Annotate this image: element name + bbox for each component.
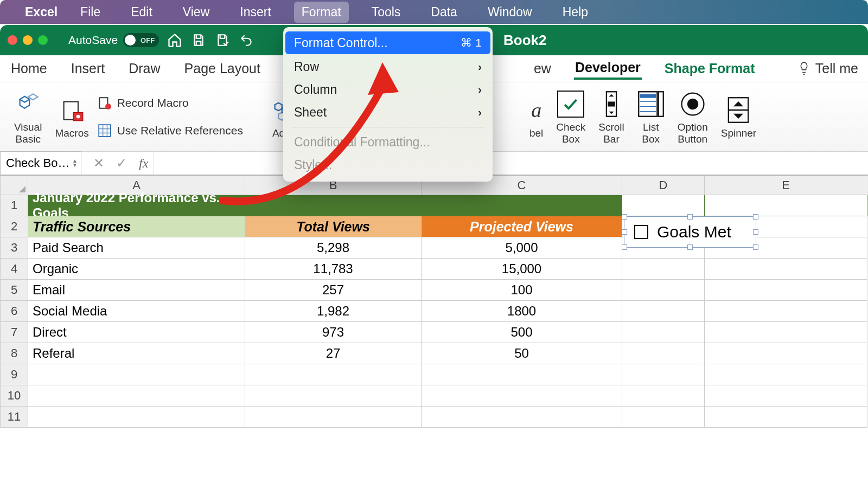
cell[interactable] — [705, 280, 867, 301]
row-header[interactable]: 4 — [0, 259, 28, 280]
select-all-corner[interactable] — [0, 176, 28, 195]
checkbox-control-button[interactable]: CheckBox — [550, 89, 592, 145]
selection-handle-icon[interactable] — [753, 214, 758, 220]
cell[interactable] — [622, 259, 705, 280]
fx-icon[interactable]: fx — [139, 156, 148, 171]
selection-handle-icon[interactable] — [687, 214, 693, 220]
cell[interactable] — [705, 195, 867, 216]
cell[interactable] — [705, 385, 867, 407]
menu-format-control[interactable]: Format Control... ⌘ 1 — [285, 31, 490, 54]
enter-formula-icon[interactable]: ✓ — [116, 156, 127, 171]
cell[interactable]: Total Views — [245, 216, 422, 237]
col-header-d[interactable]: D — [622, 176, 705, 195]
undo-icon[interactable] — [238, 32, 254, 48]
optionbutton-control-button[interactable]: OptionButton — [671, 89, 714, 145]
menu-format[interactable]: Format — [294, 2, 349, 23]
tell-me[interactable]: Tell me — [798, 61, 858, 76]
visual-basic-button[interactable]: VisualBasic — [8, 89, 48, 145]
row-header[interactable]: 5 — [0, 280, 28, 301]
cell[interactable] — [705, 407, 867, 428]
cell[interactable] — [622, 407, 705, 428]
selection-handle-icon[interactable] — [622, 244, 627, 250]
save-icon[interactable] — [190, 32, 207, 48]
toggle-switch[interactable]: OFF — [123, 33, 159, 47]
cell[interactable] — [622, 343, 705, 364]
tab-home[interactable]: Home — [10, 59, 48, 79]
selection-handle-icon[interactable] — [753, 229, 758, 235]
menu-sheet[interactable]: Sheet › — [283, 101, 493, 124]
close-window-icon[interactable] — [8, 35, 17, 45]
scrollbar-control-button[interactable]: ScrollBar — [592, 89, 631, 145]
row-header[interactable]: 9 — [0, 364, 28, 385]
cell[interactable] — [705, 322, 867, 343]
cell[interactable]: 973 — [245, 322, 422, 343]
selection-handle-icon[interactable] — [622, 229, 627, 235]
tab-insert[interactable]: Insert — [70, 59, 106, 79]
checkbox-icon[interactable] — [634, 225, 648, 239]
cell[interactable] — [705, 259, 867, 280]
cell[interactable]: 15,000 — [422, 259, 622, 280]
cell[interactable]: 5,298 — [245, 237, 422, 259]
row-header[interactable]: 1 — [0, 195, 28, 216]
cell[interactable] — [622, 385, 705, 407]
cell[interactable]: 5,000 — [422, 237, 622, 259]
goals-met-checkbox-control[interactable]: Goals Met — [624, 216, 756, 248]
row-header[interactable]: 10 — [0, 385, 28, 407]
cell[interactable]: Referal — [28, 343, 245, 364]
selection-handle-icon[interactable] — [687, 244, 693, 250]
cell[interactable]: January 2022 Performance vs. Goals — [28, 195, 245, 216]
formula-input[interactable] — [154, 152, 868, 175]
col-header-e[interactable]: E — [705, 176, 867, 195]
cell[interactable]: 1800 — [422, 301, 622, 322]
name-box-stepper-icon[interactable]: ▲▼ — [72, 159, 78, 167]
cell[interactable] — [422, 364, 622, 385]
cell[interactable]: Projected Views — [422, 216, 622, 237]
cell[interactable]: Paid Search — [28, 237, 245, 259]
menu-row[interactable]: Row › — [283, 55, 493, 78]
cell[interactable] — [28, 364, 245, 385]
cell[interactable] — [622, 364, 705, 385]
cell[interactable]: 1,982 — [245, 301, 422, 322]
cell[interactable] — [422, 385, 622, 407]
cell[interactable] — [705, 343, 867, 364]
cell[interactable]: Traffic Sources — [28, 216, 245, 237]
tab-draw[interactable]: Draw — [127, 59, 161, 79]
row-header[interactable]: 11 — [0, 407, 28, 428]
menu-window[interactable]: Window — [480, 2, 540, 23]
menu-column[interactable]: Column › — [283, 78, 493, 101]
use-relative-references-button[interactable]: Use Relative References — [98, 120, 243, 141]
cell[interactable] — [622, 301, 705, 322]
tab-page-layout[interactable]: Page Layout — [183, 59, 261, 79]
label-control-button[interactable]: a bel — [529, 95, 550, 139]
cell[interactable] — [245, 364, 422, 385]
cell[interactable] — [245, 385, 422, 407]
zoom-window-icon[interactable] — [38, 35, 48, 45]
spinner-control-button[interactable]: Spinner — [714, 95, 763, 139]
selection-handle-icon[interactable] — [753, 244, 758, 250]
cancel-formula-icon[interactable]: ✕ — [93, 156, 104, 171]
cell[interactable]: 257 — [245, 280, 422, 301]
menu-view[interactable]: View — [175, 2, 217, 23]
cell[interactable]: Social Media — [28, 301, 245, 322]
row-header[interactable]: 8 — [0, 343, 28, 364]
menu-help[interactable]: Help — [555, 2, 596, 23]
cell[interactable] — [622, 280, 705, 301]
record-macro-button[interactable]: Record Macro — [98, 93, 243, 114]
row-header[interactable]: 6 — [0, 301, 28, 322]
tab-developer[interactable]: Developer — [574, 57, 642, 80]
cell[interactable]: Direct — [28, 322, 245, 343]
cell[interactable] — [705, 301, 867, 322]
cell[interactable]: 500 — [422, 322, 622, 343]
tab-shape-format[interactable]: Shape Format — [663, 59, 756, 79]
row-header[interactable]: 3 — [0, 237, 28, 259]
cell[interactable] — [622, 195, 705, 216]
cell[interactable] — [245, 407, 422, 428]
cell[interactable] — [705, 364, 867, 385]
cell[interactable]: Organic — [28, 259, 245, 280]
menu-insert[interactable]: Insert — [232, 2, 279, 23]
cell[interactable] — [245, 195, 422, 216]
row-header[interactable]: 2 — [0, 216, 28, 237]
menubar-app[interactable]: Excel — [25, 5, 58, 20]
row-header[interactable]: 7 — [0, 322, 28, 343]
menu-edit[interactable]: Edit — [123, 2, 160, 23]
